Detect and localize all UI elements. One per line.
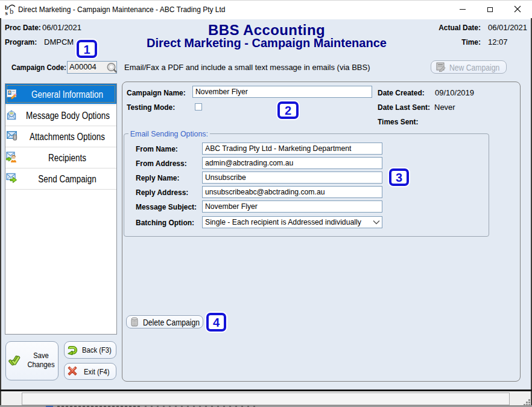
svg-text:s: s <box>5 9 8 16</box>
svg-text:b: b <box>10 7 14 16</box>
